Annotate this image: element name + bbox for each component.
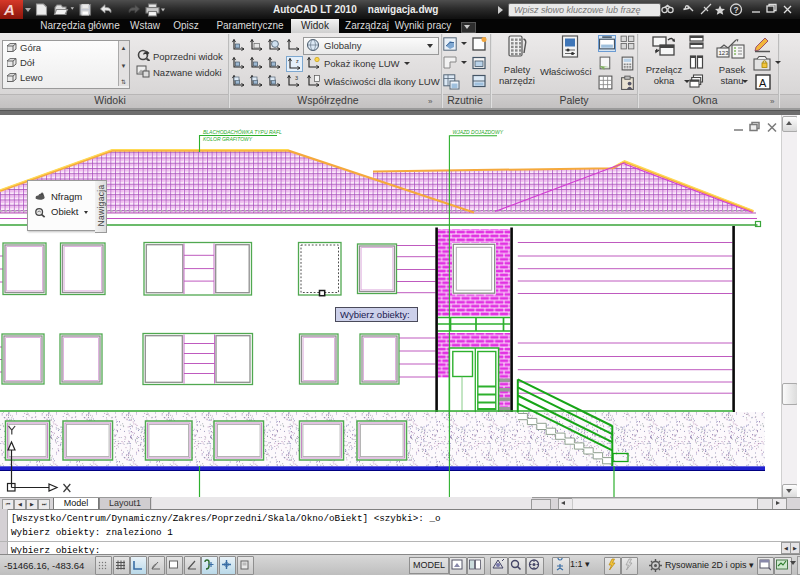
svg-text:KOLOR GRAFITOWY: KOLOR GRAFITOWY: [203, 136, 253, 142]
svg-text:A: A: [759, 77, 767, 89]
svg-text:?: ?: [734, 5, 739, 15]
svg-text:BLACHODACHÓWKA TYPU RAFL: BLACHODACHÓWKA TYPU RAFL: [203, 129, 282, 135]
svg-text:z: z: [296, 58, 299, 64]
svg-text:123: 123: [719, 50, 730, 56]
svg-text:3: 3: [295, 75, 298, 81]
svg-text:WJAZD DOJAZDOWY: WJAZD DOJAZDOWY: [453, 129, 504, 135]
